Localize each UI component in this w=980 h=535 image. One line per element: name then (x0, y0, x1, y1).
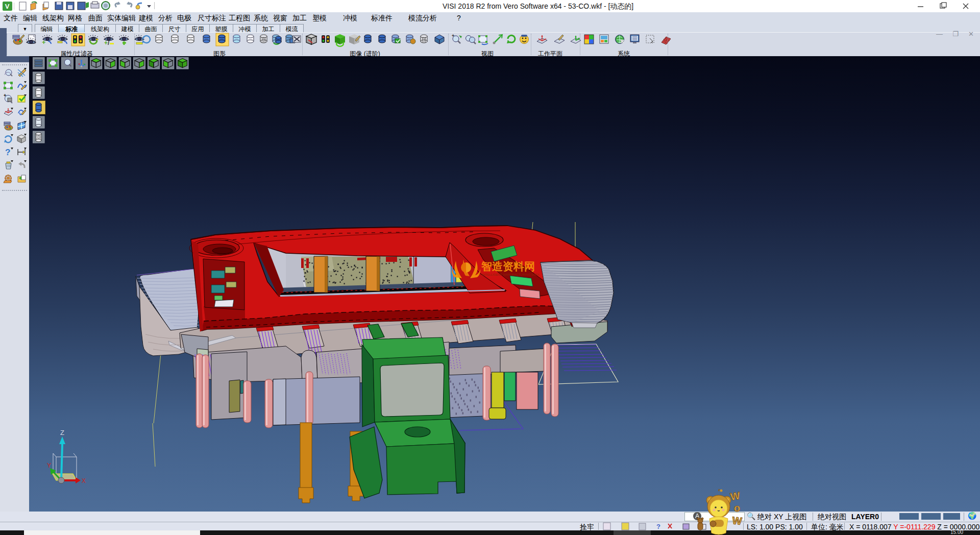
svg-text:智造资料网: 智造资料网 (481, 260, 535, 272)
svg-text:+: + (42, 38, 46, 46)
svg-text:W: W (732, 515, 743, 527)
svg-text:o: o (734, 502, 740, 514)
svg-text:+: + (4, 93, 6, 98)
svg-text:X: X (82, 477, 86, 484)
svg-text:?: ? (656, 523, 660, 530)
svg-text:?: ? (5, 148, 10, 157)
svg-text:+: + (452, 33, 454, 38)
svg-text:INTELLIGENT MANUFACTURING DATA: INTELLIGENT MANUFACTURING DATA (482, 273, 540, 276)
svg-text:+: + (104, 39, 108, 46)
svg-text:Z: Z (60, 429, 64, 436)
svg-text:V: V (5, 3, 10, 10)
svg-text:W: W (729, 490, 741, 502)
svg-text:Y: Y (47, 462, 51, 469)
